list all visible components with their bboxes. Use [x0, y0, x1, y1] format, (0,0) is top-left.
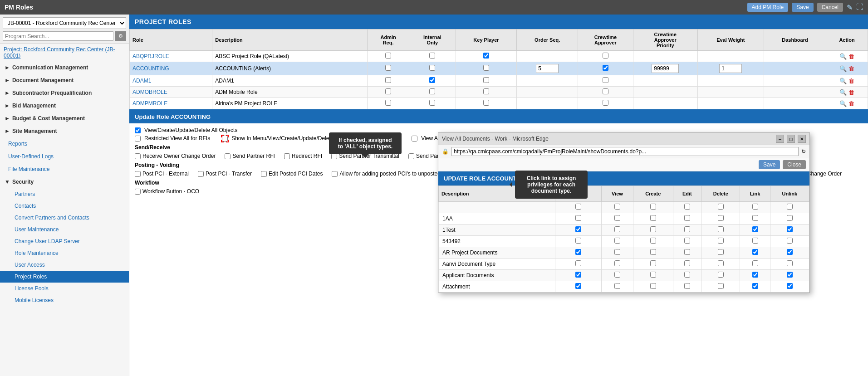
- sidebar-item-communication-management[interactable]: ► Communication Management: [0, 61, 129, 74]
- select-all-delete[interactable]: [718, 204, 724, 210]
- internal-only-checkbox[interactable]: [429, 65, 435, 71]
- unlink-1aa[interactable]: [787, 215, 793, 221]
- show-in-menu-1aa[interactable]: [575, 215, 581, 221]
- browser-close-button[interactable]: ✕: [798, 135, 806, 143]
- admin-req-checkbox[interactable]: [385, 65, 391, 71]
- gear-button[interactable]: ⚙: [115, 31, 126, 41]
- delete-1test[interactable]: [718, 226, 724, 232]
- crewtime-approver-checkbox[interactable]: [603, 77, 608, 83]
- allow-adding-pci-checkbox[interactable]: [332, 171, 338, 177]
- key-player-checkbox[interactable]: [483, 77, 489, 83]
- admin-req-checkbox[interactable]: [385, 53, 391, 59]
- edit-icon[interactable]: ✎: [847, 3, 853, 12]
- create-1aa[interactable]: [650, 215, 656, 221]
- project-link[interactable]: Project: Rockford Community Rec Center (…: [0, 44, 129, 61]
- select-all-show-in-menu[interactable]: [575, 204, 581, 210]
- view-1aa[interactable]: [614, 215, 620, 221]
- crewtime-approver-checkbox[interactable]: [603, 88, 608, 94]
- program-search-input[interactable]: [3, 31, 113, 41]
- delete-icon[interactable]: 🗑: [848, 65, 854, 72]
- select-all-link[interactable]: [752, 204, 758, 210]
- workflow-oco-checkbox[interactable]: [135, 189, 141, 195]
- select-all-view[interactable]: [614, 204, 620, 210]
- sidebar-sub-convert-partners-contacts[interactable]: Convert Partners and Contacts: [0, 212, 129, 224]
- edit-posted-pci-checkbox[interactable]: [261, 171, 267, 177]
- search-icon[interactable]: 🔍: [839, 65, 847, 72]
- sidebar-sub-contacts[interactable]: Contacts: [0, 200, 129, 212]
- save-button[interactable]: Save: [792, 3, 813, 12]
- cancel-button[interactable]: Cancel: [817, 3, 843, 12]
- sidebar-item-budget-cost-management[interactable]: ► Budget & Cost Management: [0, 112, 129, 125]
- crewtime-approver-checkbox[interactable]: [603, 53, 608, 59]
- internal-only-checkbox[interactable]: [429, 77, 435, 83]
- crewtime-approver-checkbox[interactable]: [603, 100, 608, 106]
- receive-owner-co-checkbox[interactable]: [135, 153, 141, 159]
- edit-1aa[interactable]: [684, 215, 690, 221]
- role-name[interactable]: ADMOBROLE: [130, 87, 212, 98]
- key-player-checkbox[interactable]: [483, 100, 489, 106]
- view-all-records-checkbox[interactable]: [412, 136, 417, 142]
- unlink-1test[interactable]: [787, 226, 793, 232]
- key-player-checkbox[interactable]: [483, 88, 489, 94]
- sidebar-sub-mobile-licenses[interactable]: Mobile Licenses: [0, 294, 129, 306]
- show-in-menu-543492[interactable]: [575, 238, 581, 244]
- sidebar-sub-project-roles[interactable]: Project Roles: [0, 271, 129, 283]
- send-partner-issue-checkbox[interactable]: [408, 153, 414, 159]
- select-all-create[interactable]: [650, 204, 656, 210]
- view-create-checkbox[interactable]: [135, 127, 141, 133]
- refresh-icon[interactable]: ↻: [801, 148, 806, 155]
- sidebar-item-bid-management[interactable]: ► Bid Management: [0, 99, 129, 112]
- browser-maximize-button[interactable]: ◻: [787, 135, 795, 143]
- sidebar-item-site-management[interactable]: ► Site Management: [0, 125, 129, 137]
- show-in-menu-1test[interactable]: [575, 226, 581, 232]
- internal-only-checkbox[interactable]: [429, 53, 435, 59]
- delete-icon[interactable]: 🗑: [848, 53, 854, 60]
- view-1test[interactable]: [614, 226, 620, 232]
- role-name[interactable]: ADMPMROLE: [130, 98, 212, 109]
- sidebar-item-subcontractor-prequalification[interactable]: ► Subcontractor Prequalification: [0, 87, 129, 99]
- sidebar-sub-user-access[interactable]: User Access: [0, 259, 129, 271]
- edit-1test[interactable]: [684, 226, 690, 232]
- sidebar-sub-role-maintenance[interactable]: Role Maintenance: [0, 247, 129, 259]
- sidebar-sub-user-maintenance[interactable]: User Maintenance: [0, 224, 129, 235]
- internal-only-checkbox[interactable]: [429, 88, 435, 94]
- sidebar-item-user-defined-logs[interactable]: User-Defined Logs: [0, 150, 129, 163]
- delete-1aa[interactable]: [718, 215, 724, 221]
- search-icon[interactable]: 🔍: [839, 53, 847, 60]
- browser-close-action-button[interactable]: Close: [783, 160, 806, 169]
- sidebar-sub-partners[interactable]: Partners: [0, 188, 129, 200]
- link-1aa[interactable]: [752, 215, 758, 221]
- fullscreen-icon[interactable]: ⛶: [856, 3, 863, 11]
- sidebar-sub-change-user-ldap[interactable]: Change User LDAP Server: [0, 235, 129, 247]
- redirect-rfi-checkbox[interactable]: [284, 153, 290, 159]
- admin-req-checkbox[interactable]: [385, 88, 391, 94]
- show-in-menu-all-checkbox[interactable]: [222, 136, 228, 142]
- crewtime-priority-input[interactable]: [652, 64, 679, 73]
- crewtime-approver-checkbox[interactable]: [603, 65, 608, 71]
- admin-req-checkbox[interactable]: [385, 77, 391, 83]
- show-in-menu-ar[interactable]: [575, 249, 581, 255]
- role-name[interactable]: ACCOUNTING: [130, 62, 212, 75]
- eval-weight-input[interactable]: [719, 64, 742, 73]
- browser-minimize-button[interactable]: –: [776, 135, 784, 143]
- select-all-edit[interactable]: [684, 204, 690, 210]
- role-name[interactable]: ABQPRJROLE: [130, 51, 212, 62]
- project-select[interactable]: JB-00001 - Rockford Community Rec Center: [3, 17, 126, 29]
- delete-icon[interactable]: 🗑: [848, 78, 854, 84]
- delete-icon[interactable]: 🗑: [848, 100, 854, 107]
- send-partner-rfi-checkbox[interactable]: [225, 153, 230, 159]
- sidebar-item-file-maintenance[interactable]: File Maintenance: [0, 163, 129, 176]
- post-pci-external-checkbox[interactable]: [135, 171, 141, 177]
- browser-save-button[interactable]: Save: [759, 160, 780, 169]
- order-seq-input[interactable]: [536, 64, 559, 73]
- sidebar-item-document-management[interactable]: ► Document Management: [0, 74, 129, 87]
- select-all-unlink[interactable]: [787, 204, 793, 210]
- role-name[interactable]: ADAM1: [130, 75, 212, 87]
- admin-req-checkbox[interactable]: [385, 100, 391, 106]
- restricted-rfi-checkbox[interactable]: [135, 136, 141, 142]
- add-pm-role-button[interactable]: Add PM Role: [747, 3, 789, 12]
- sidebar-sub-license-pools[interactable]: License Pools: [0, 283, 129, 294]
- key-player-checkbox[interactable]: [483, 53, 489, 59]
- search-icon[interactable]: 🔍: [839, 89, 847, 96]
- delete-icon[interactable]: 🗑: [848, 89, 854, 96]
